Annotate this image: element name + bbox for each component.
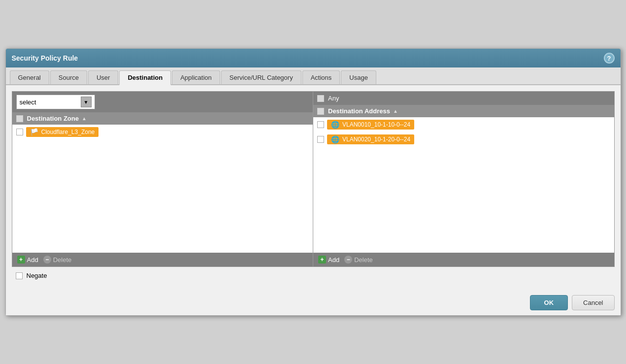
list-item[interactable]: 🌐 VLAN0020_10-1-20-0--24: [313, 132, 614, 147]
addr-add-button[interactable]: + Add: [318, 256, 339, 264]
negate-checkbox[interactable]: [16, 272, 23, 279]
addr-item-tag-0[interactable]: 🌐 VLAN0010_10-1-10-0--24: [327, 120, 414, 130]
panel-right-footer: + Add − Delete: [313, 253, 614, 266]
addr-item-label-1: VLAN0020_10-1-20-0--24: [342, 136, 410, 143]
panel-left-top-bar: select ▼: [12, 92, 313, 112]
zone-item-label: Cloudflare_L3_Zone: [41, 129, 95, 135]
dialog-footer: OK Cancel: [6, 290, 621, 315]
zone-add-label: Add: [27, 256, 38, 264]
dialog-body: select ▼ Destination Zone ▲ 🏳️: [6, 85, 621, 290]
destination-address-list: 🌐 VLAN0010_10-1-10-0--24 🌐 VLAN0020_10-1…: [313, 117, 614, 253]
addr-item-checkbox-0[interactable]: [317, 121, 324, 128]
negate-row: Negate: [12, 267, 615, 284]
tab-general[interactable]: General: [10, 70, 49, 84]
dropdown-arrow-icon[interactable]: ▼: [81, 97, 92, 107]
list-item[interactable]: 🌐 VLAN0010_10-1-10-0--24: [313, 117, 614, 132]
panel-left-footer: + Add − Delete: [12, 253, 313, 266]
addr-header-checkbox[interactable]: [317, 108, 324, 115]
any-label: Any: [328, 95, 339, 102]
tab-source[interactable]: Source: [50, 70, 87, 84]
destination-address-col-header: Destination Address ▲: [313, 105, 614, 117]
tabs-bar: General Source User Destination Applicat…: [6, 67, 621, 85]
addr-delete-icon: −: [344, 256, 352, 264]
security-policy-rule-dialog: Security Policy Rule ? General Source Us…: [5, 48, 621, 316]
destination-zone-list: 🏳️ Cloudflare_L3_Zone: [12, 125, 313, 253]
dialog-title: Security Policy Rule: [12, 54, 78, 62]
zone-icon: 🏳️: [30, 128, 38, 136]
tab-user[interactable]: User: [88, 70, 118, 84]
panel-right: Any Destination Address ▲ 🌐 VLAN0010_10-…: [313, 92, 614, 266]
network-icon-0: 🌐: [331, 121, 339, 129]
destination-address-label: Destination Address: [328, 107, 390, 115]
destination-zone-col-header: Destination Zone ▲: [12, 112, 313, 125]
delete-icon: −: [43, 256, 51, 264]
sort-arrow-icon: ▲: [82, 116, 87, 121]
zone-select-dropdown[interactable]: select ▼: [16, 95, 95, 109]
dialog-titlebar: Security Policy Rule ?: [6, 49, 621, 67]
addr-delete-label: Delete: [354, 256, 373, 264]
negate-label: Negate: [27, 272, 47, 279]
cancel-button[interactable]: Cancel: [572, 295, 614, 310]
any-bar: Any: [313, 92, 614, 105]
tab-usage[interactable]: Usage: [341, 70, 376, 84]
add-icon: +: [17, 256, 25, 264]
zone-item-checkbox[interactable]: [16, 129, 23, 135]
list-item[interactable]: 🏳️ Cloudflare_L3_Zone: [12, 125, 313, 139]
zone-item-tag[interactable]: 🏳️ Cloudflare_L3_Zone: [26, 127, 99, 137]
addr-sort-arrow-icon: ▲: [393, 108, 398, 114]
tab-application[interactable]: Application: [172, 70, 220, 84]
tab-destination[interactable]: Destination: [119, 70, 171, 85]
panel-left: select ▼ Destination Zone ▲ 🏳️: [12, 92, 314, 266]
destination-zone-label: Destination Zone: [27, 115, 79, 122]
two-panels: select ▼ Destination Zone ▲ 🏳️: [12, 91, 615, 267]
help-icon[interactable]: ?: [604, 53, 615, 64]
addr-add-label: Add: [328, 256, 339, 264]
addr-add-icon: +: [318, 256, 326, 264]
addr-item-tag-1[interactable]: 🌐 VLAN0020_10-1-20-0--24: [327, 134, 414, 144]
zone-select-value: select: [20, 99, 36, 106]
zone-add-button[interactable]: + Add: [17, 256, 38, 264]
tab-actions[interactable]: Actions: [302, 70, 340, 84]
addr-delete-button[interactable]: − Delete: [344, 256, 373, 264]
addr-item-label-0: VLAN0010_10-1-10-0--24: [342, 121, 410, 128]
zone-delete-button[interactable]: − Delete: [43, 256, 72, 264]
tab-service-url-category[interactable]: Service/URL Category: [221, 70, 301, 84]
addr-item-checkbox-1[interactable]: [317, 136, 324, 143]
any-checkbox[interactable]: [317, 95, 324, 102]
network-icon-1: 🌐: [331, 135, 339, 143]
zone-header-checkbox[interactable]: [16, 115, 23, 122]
ok-button[interactable]: OK: [530, 295, 568, 310]
zone-delete-label: Delete: [53, 256, 72, 264]
